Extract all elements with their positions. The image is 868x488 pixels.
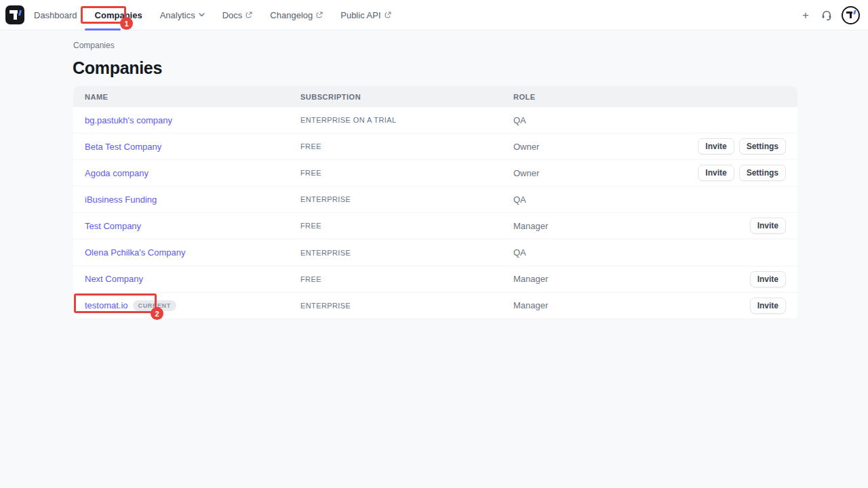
invite-button[interactable]: Invite [698,138,734,155]
table-row-current: testomat.io CURRENT ENTERPRISE Manager I… [73,293,797,319]
page-title: Companies [73,58,162,78]
active-tab-underline [85,28,121,30]
table-row: Agoda company FREE Owner Invite Settings [73,160,797,186]
nav-item-docs[interactable]: Docs [222,0,253,30]
company-link[interactable]: bg.pastukh's company [85,115,172,125]
nav-item-public-api[interactable]: Public API [340,0,391,30]
nav-label: Public API [340,10,380,20]
role-value: QA [513,195,786,205]
nav-label: Analytics [160,10,195,20]
user-avatar[interactable] [842,6,860,24]
role-value: Owner [513,142,698,152]
settings-button[interactable]: Settings [739,165,786,181]
support-headset-icon[interactable] [821,9,833,21]
subscription-value: ENTERPRISE [300,195,513,203]
nav-item-changelog[interactable]: Changelog [270,0,323,30]
annotation-badge-1: 1 [120,17,133,30]
nav-label: Changelog [270,10,313,20]
role-value: Manager [513,221,750,231]
nav-label: Dashboard [34,10,77,20]
subscription-value: FREE [300,275,513,283]
table-row: Test Company FREE Manager Invite [73,213,797,239]
company-link[interactable]: Test Company [85,221,141,231]
app-logo-icon[interactable] [5,5,24,24]
table-row: iBusiness Funding ENTERPRISE QA [73,186,797,213]
role-value: QA [513,247,786,258]
subscription-value: FREE [300,222,513,230]
table-row: Olena Pchilka's Company ENTERPRISE QA [73,239,797,266]
table-row: Beta Test Company FREE Owner Invite Sett… [73,134,797,160]
chevron-down-icon [199,13,205,17]
column-header-role: ROLE [513,93,786,101]
annotation-box-2 [74,293,157,313]
invite-button[interactable]: Invite [750,218,786,234]
invite-button[interactable]: Invite [698,165,734,181]
subscription-value: ENTERPRISE [300,302,513,310]
subscription-value: FREE [300,169,513,177]
company-link[interactable]: iBusiness Funding [85,195,157,205]
companies-table: NAME SUBSCRIPTION ROLE bg.pastukh's comp… [73,86,797,319]
external-link-icon [384,12,391,18]
company-link[interactable]: Olena Pchilka's Company [85,247,185,258]
external-link-icon [316,12,323,18]
column-header-name: NAME [85,93,300,101]
topbar-actions: + [800,6,860,24]
role-value: Manager [513,300,750,310]
nav-item-dashboard[interactable]: Dashboard [34,0,77,30]
external-link-icon [245,12,252,18]
table-row: Next Company FREE Manager Invite [73,266,797,293]
subscription-value: ENTERPRISE ON A TRIAL [300,116,513,124]
column-header-subscription: SUBSCRIPTION [300,93,513,101]
company-link[interactable]: Beta Test Company [85,142,161,152]
role-value: QA [513,115,786,125]
breadcrumb[interactable]: Companies [73,41,115,50]
table-header-row: NAME SUBSCRIPTION ROLE [73,86,797,107]
annotation-badge-2: 2 [151,307,163,320]
role-value: Owner [513,168,698,178]
settings-button[interactable]: Settings [739,138,786,155]
add-button[interactable]: + [800,8,812,22]
invite-button[interactable]: Invite [750,298,786,314]
table-row: bg.pastukh's company ENTERPRISE ON A TRI… [73,107,797,134]
annotation-box-1 [81,6,126,24]
company-link[interactable]: Agoda company [85,168,149,178]
nav-item-analytics[interactable]: Analytics [160,0,205,30]
role-value: Manager [513,274,750,284]
invite-button[interactable]: Invite [750,271,786,287]
company-link[interactable]: Next Company [85,274,143,284]
nav-label: Docs [222,10,243,20]
subscription-value: ENTERPRISE [300,249,513,257]
subscription-value: FREE [300,142,513,150]
